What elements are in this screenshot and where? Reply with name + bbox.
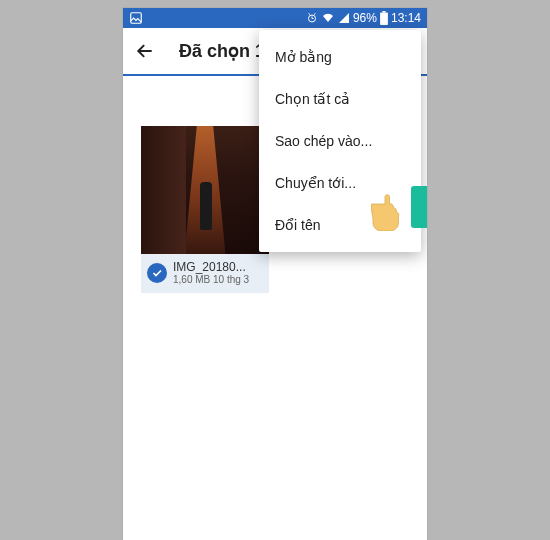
clock-time: 13:14 [391,11,421,25]
thumbnail-info: IMG_20180... 1,60 MB 10 thg 3 [141,254,269,293]
pointer-hand-annotation [367,183,427,231]
page-title: Đã chọn 1 [179,40,265,62]
svg-rect-2 [380,13,388,25]
image-thumbnail[interactable]: IMG_20180... 1,60 MB 10 thg 3 [141,126,269,293]
svg-rect-0 [131,13,142,24]
phone-frame: 96% 13:14 Đã chọn 1 IMG_20180... [123,8,427,540]
signal-icon [338,12,350,24]
back-arrow-icon[interactable] [135,41,155,61]
menu-item-open-with[interactable]: Mở bằng [259,36,421,78]
wifi-icon [321,12,335,24]
status-bar: 96% 13:14 [123,8,427,28]
menu-item-select-all[interactable]: Chọn tất cả [259,78,421,120]
thumbnail-filename: IMG_20180... [173,260,249,274]
battery-percent: 96% [353,11,377,25]
selected-check-icon[interactable] [147,263,167,283]
picture-icon [129,11,143,25]
thumbnail-image [141,126,269,254]
svg-rect-3 [382,11,385,13]
thumbnail-meta: 1,60 MB 10 thg 3 [173,274,249,285]
menu-item-copy-to[interactable]: Sao chép vào... [259,120,421,162]
battery-icon [380,11,388,25]
alarm-icon [306,12,318,24]
